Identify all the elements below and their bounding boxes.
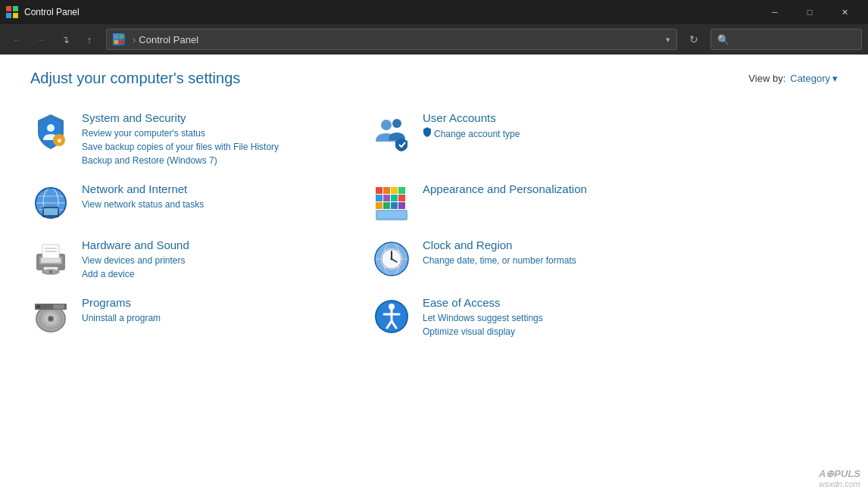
- ease-of-access-text: Ease of Access Let Windows suggest setti…: [423, 296, 700, 338]
- app-icon: [6, 6, 18, 18]
- page-header: Adjust your computer's settings View by:…: [30, 70, 838, 87]
- svg-rect-22: [383, 187, 390, 194]
- watermark: A⊕PULS wsxdn.com: [819, 468, 860, 488]
- dropdown-arrow-icon: ▾: [832, 73, 838, 84]
- svg-rect-30: [383, 202, 390, 209]
- svg-rect-0: [6, 6, 11, 11]
- hardware-sound-icon: [30, 239, 71, 279]
- svg-rect-20: [44, 208, 58, 215]
- recent-button[interactable]: ↴: [55, 29, 76, 50]
- svg-point-58: [49, 317, 52, 320]
- svg-point-8: [47, 124, 55, 132]
- system-security-link-2[interactable]: Save backup copies of your files with Fi…: [82, 140, 359, 154]
- address-separator: ›: [133, 34, 136, 45]
- svg-point-53: [391, 258, 393, 260]
- svg-rect-1: [13, 6, 18, 11]
- svg-point-12: [392, 119, 401, 128]
- svg-rect-23: [391, 187, 398, 194]
- clock-region-text: Clock and Region Change date, time, or n…: [423, 239, 700, 267]
- svg-rect-25: [376, 195, 382, 201]
- svg-rect-28: [398, 195, 405, 201]
- hardware-sound-title[interactable]: Hardware and Sound: [82, 239, 359, 251]
- svg-rect-7: [120, 40, 123, 44]
- programs-icon: [30, 296, 71, 337]
- svg-rect-27: [391, 195, 398, 201]
- network-internet-title[interactable]: Network and Internet: [82, 182, 359, 195]
- svg-rect-34: [377, 211, 406, 218]
- appearance-title[interactable]: Appearance and Personalization: [423, 182, 700, 195]
- ease-of-access-link-1[interactable]: Let Windows suggest settings: [423, 311, 700, 325]
- category-clock-region: Clock and Region Change date, time, or n…: [371, 232, 712, 290]
- view-by-control: View by: Category ▾: [748, 73, 838, 84]
- watermark-text: A⊕PULS wsxdn.com: [819, 468, 860, 488]
- ease-of-access-icon: [371, 296, 412, 337]
- network-internet-link-1[interactable]: View network status and tasks: [82, 198, 359, 211]
- svg-text:★: ★: [56, 136, 63, 145]
- svg-point-44: [50, 271, 52, 273]
- ease-of-access-title[interactable]: Ease of Access: [423, 296, 700, 309]
- categories-grid: ★ System and Security Review your comput…: [30, 105, 712, 348]
- refresh-button[interactable]: ↻: [683, 29, 704, 50]
- svg-rect-61: [36, 305, 40, 308]
- category-network-internet: Network and Internet View network status…: [30, 176, 371, 232]
- forward-button[interactable]: →: [30, 29, 52, 50]
- system-security-title[interactable]: System and Security: [82, 111, 359, 124]
- category-ease-of-access: Ease of Access Let Windows suggest setti…: [371, 290, 712, 348]
- shield-icon: [423, 126, 432, 141]
- main-content: Adjust your computer's settings View by:…: [0, 55, 868, 496]
- minimize-button[interactable]: ─: [757, 0, 792, 24]
- svg-rect-21: [376, 187, 382, 194]
- user-accounts-text: User Accounts Change account type: [423, 111, 700, 141]
- hardware-sound-link-1[interactable]: View devices and printers: [82, 254, 359, 267]
- address-bar[interactable]: › Control Panel ▾: [106, 29, 677, 50]
- address-text: Control Panel: [139, 34, 663, 45]
- svg-rect-60: [53, 304, 64, 309]
- user-accounts-link-1[interactable]: Change account type: [423, 126, 700, 141]
- address-dropdown-icon[interactable]: ▾: [666, 35, 670, 45]
- network-internet-text: Network and Internet View network status…: [82, 182, 359, 211]
- system-security-link-3[interactable]: Backup and Restore (Windows 7): [82, 154, 359, 167]
- category-programs: Programs Uninstall a program: [30, 290, 371, 348]
- network-internet-icon: [30, 182, 71, 223]
- svg-rect-24: [398, 187, 405, 194]
- svg-rect-32: [398, 202, 405, 209]
- ease-of-access-link-2[interactable]: Optimize visual display: [423, 325, 700, 338]
- programs-link-1[interactable]: Uninstall a program: [82, 311, 359, 325]
- maximize-button[interactable]: □: [792, 0, 827, 24]
- user-accounts-title[interactable]: User Accounts: [423, 111, 700, 124]
- user-accounts-icon: [371, 111, 412, 152]
- category-appearance: Appearance and Personalization: [371, 176, 712, 232]
- page-title: Adjust your computer's settings: [30, 70, 240, 87]
- back-button[interactable]: ←: [6, 29, 27, 50]
- svg-rect-37: [41, 258, 61, 263]
- up-button[interactable]: ↑: [79, 29, 100, 50]
- svg-rect-29: [376, 202, 382, 209]
- category-user-accounts: User Accounts Change account type: [371, 105, 712, 176]
- appearance-text: Appearance and Personalization: [423, 182, 700, 198]
- svg-rect-31: [391, 202, 398, 209]
- search-icon: 🔍: [717, 34, 729, 45]
- close-button[interactable]: ✕: [827, 0, 862, 24]
- system-security-link-1[interactable]: Review your computer's status: [82, 126, 359, 140]
- system-security-text: System and Security Review your computer…: [82, 111, 359, 167]
- hardware-sound-link-2[interactable]: Add a device: [82, 267, 359, 281]
- clock-region-link-1[interactable]: Change date, time, or number formats: [423, 254, 700, 267]
- svg-rect-4: [114, 35, 118, 39]
- programs-text: Programs Uninstall a program: [82, 296, 359, 325]
- window-controls: ─ □ ✕: [757, 0, 862, 24]
- view-by-dropdown[interactable]: Category ▾: [790, 73, 838, 84]
- clock-region-icon: [371, 239, 412, 279]
- category-hardware-sound: Hardware and Sound View devices and prin…: [30, 232, 371, 290]
- svg-rect-6: [114, 40, 118, 44]
- view-by-label: View by:: [748, 73, 785, 84]
- svg-rect-26: [383, 195, 390, 201]
- navbar: ← → ↴ ↑ › Control Panel ▾ ↻ 🔍: [0, 24, 868, 55]
- programs-title[interactable]: Programs: [82, 296, 359, 309]
- appearance-icon: [371, 182, 412, 223]
- content-area: Adjust your computer's settings View by:…: [0, 55, 868, 496]
- search-bar[interactable]: 🔍: [710, 29, 862, 50]
- clock-region-title[interactable]: Clock and Region: [423, 239, 700, 251]
- address-icon: [113, 33, 125, 45]
- svg-point-11: [381, 120, 392, 130]
- hardware-sound-text: Hardware and Sound View devices and prin…: [82, 239, 359, 281]
